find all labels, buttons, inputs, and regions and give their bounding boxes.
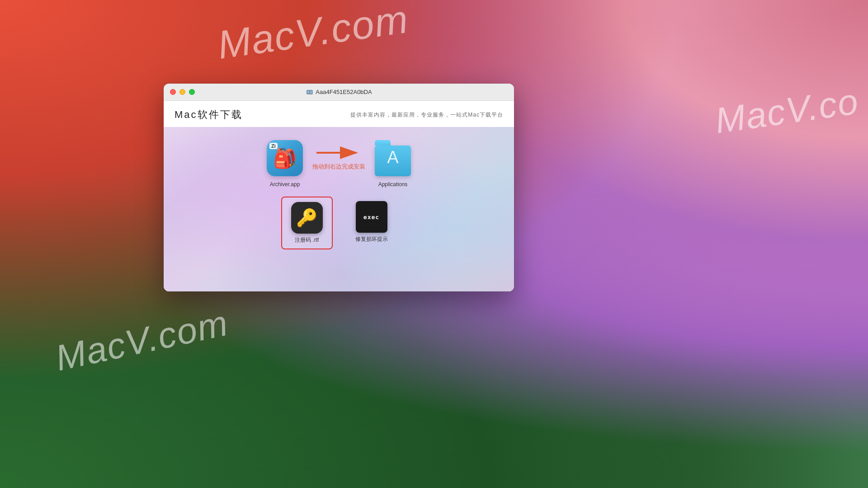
window-header: Mac软件下载 提供丰富内容，最新应用，专业服务，一站式Mac下载平台 [164,101,514,127]
repair-label: 修复损坏提示 [355,235,388,243]
archiver-icon: Zi 🎒 [267,140,303,176]
reg-file-label: 注册码 .rtf [295,236,319,244]
archiver-label: Archiver.app [270,181,300,188]
applications-folder-icon: A [375,140,411,176]
app-window: Aaa4F451E52A0bDA Mac软件下载 提供丰富内容，最新应用，专业服… [164,84,514,291]
svg-text:A: A [387,148,399,167]
archiver-app-item[interactable]: Zi 🎒 Archiver.app [264,138,305,188]
archiver-icon-container: Zi 🎒 [264,138,305,178]
applications-item[interactable]: A Applications [373,138,413,188]
traffic-lights [170,89,195,95]
disk-image-icon [306,89,313,96]
minimize-button[interactable] [179,89,185,95]
svg-point-2 [309,91,310,93]
applications-symbol: A [383,147,403,170]
backpack-icon: 🎒 [273,147,297,169]
repair-item[interactable]: exec 修复损坏提示 [346,197,397,248]
titlebar: Aaa4F451E52A0bDA [164,84,514,101]
applications-label: Applications [378,181,408,188]
exec-label-text: exec [363,214,379,221]
applications-icon-container: A [373,138,413,178]
folder-body: A [375,145,411,176]
window-title: Aaa4F451E52A0bDA [306,89,372,96]
close-button[interactable] [170,89,176,95]
dmg-content: Zi 🎒 Archiver.app 拖动到右边完成安装 [164,127,514,291]
archiver-badge: Zi [269,143,278,149]
keychain-icon: 🔑 [291,202,323,234]
install-row: Zi 🎒 Archiver.app 拖动到右边完成安装 [182,138,496,188]
extras-row: 🔑 注册码 .rtf exec 修复损坏提示 [182,197,496,249]
keys-icon: 🔑 [296,208,317,228]
folder-tab [375,140,391,145]
drag-label: 拖动到右边完成安装 [312,163,365,171]
install-arrow [316,144,362,162]
exec-icon: exec [356,201,387,233]
install-arrow-container: 拖动到右边完成安装 [312,144,365,171]
site-subtitle: 提供丰富内容，最新应用，专业服务，一站式Mac下载平台 [350,111,503,119]
reg-file-item[interactable]: 🔑 注册码 .rtf [281,197,333,249]
site-title: Mac软件下载 [175,108,243,122]
maximize-button[interactable] [189,89,195,95]
